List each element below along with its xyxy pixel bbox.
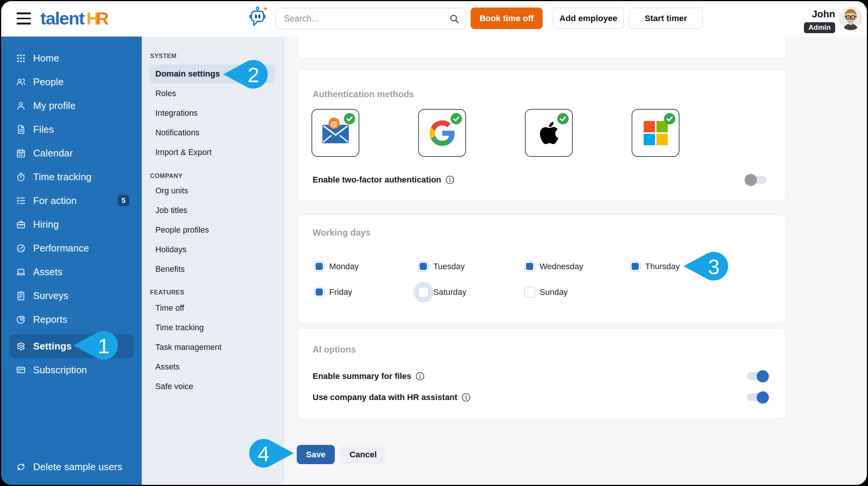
auth-method-google[interactable]	[418, 109, 466, 157]
settings-nav-item-task-management[interactable]: Task management	[155, 343, 222, 352]
settings-nav-item-roles[interactable]: Roles	[155, 89, 176, 98]
sidebar-item-subscription[interactable]: Subscription	[1, 358, 142, 382]
checkbox-checked	[314, 261, 325, 272]
summary-for-files-toggle[interactable]	[747, 372, 767, 380]
checkbox-checked	[418, 261, 429, 272]
checklist-icon	[16, 196, 26, 206]
info-icon	[416, 372, 425, 381]
auth-method-apple[interactable]	[525, 109, 573, 157]
add-employee-button[interactable]: Add employee	[553, 8, 624, 29]
two-factor-row: Enable two-factor authentication	[313, 172, 454, 188]
book-time-off-button[interactable]: Book time off	[471, 8, 543, 29]
sidebar-item-for-action[interactable]: For action 5	[1, 189, 142, 213]
apple-icon	[538, 120, 560, 147]
day-checkbox-tuesday[interactable]: Tuesday	[418, 261, 465, 272]
settings-nav-item-notifications[interactable]: Notifications	[155, 128, 199, 138]
ai-option-label: Use company data with HR assistant	[313, 392, 457, 402]
file-icon	[16, 124, 26, 135]
sidebar-item-delete-sample-users[interactable]: Delete sample users	[1, 455, 142, 479]
ai-option-label: Enable summary for files	[313, 371, 411, 381]
credit-card-icon	[16, 365, 26, 375]
sidebar-item-surveys[interactable]: Surveys	[1, 284, 142, 308]
ai-option-row: Use company data with HR assistant	[313, 389, 471, 406]
sidebar-item-time-tracking[interactable]: Time tracking	[1, 165, 142, 189]
gear-icon	[16, 341, 26, 351]
company-data-toggle[interactable]	[747, 393, 767, 401]
authentication-methods-card: Authentication methods @	[297, 69, 786, 201]
calendar-icon	[16, 148, 26, 158]
user-info: John Admin	[804, 8, 835, 33]
auth-card-title: Authentication methods	[313, 89, 414, 100]
settings-nav-item-benefits[interactable]: Benefits	[155, 265, 185, 274]
sidebar-item-my-profile[interactable]: My profile	[1, 94, 142, 118]
sidebar-item-performance[interactable]: Performance	[1, 236, 142, 260]
briefcase-icon	[16, 219, 26, 230]
start-timer-button[interactable]: Start timer	[629, 8, 703, 29]
sidebar-item-settings[interactable]: Settings	[9, 334, 133, 358]
refresh-icon	[16, 462, 26, 472]
sidebar-item-calendar[interactable]: Calendar	[1, 141, 142, 165]
day-checkbox-monday[interactable]: Monday	[314, 261, 359, 272]
ai-options-title: AI options	[313, 345, 356, 355]
ai-option-row: Enable summary for files	[313, 368, 425, 385]
settings-nav-item-job-titles[interactable]: Job titles	[155, 206, 187, 215]
settings-nav-item-import-export[interactable]: Import & Export	[155, 148, 212, 157]
day-checkbox-friday[interactable]: Friday	[314, 287, 352, 297]
sidebar-item-reports[interactable]: Reports	[1, 307, 142, 331]
logo-r: R	[96, 8, 108, 28]
enabled-check-icon	[344, 113, 355, 124]
gauge-icon	[16, 243, 26, 253]
checkbox-unchecked	[418, 287, 429, 297]
hamburger-menu-icon[interactable]	[17, 12, 31, 25]
sidebar-item-home[interactable]: Home	[1, 46, 142, 70]
auth-method-email[interactable]: @	[311, 109, 359, 157]
search-placeholder: Search...	[284, 14, 319, 24]
working-days-card: Working days Monday Tuesday Wednesday Th…	[297, 215, 786, 323]
settings-nav-item-holidays[interactable]: Holidays	[155, 245, 186, 254]
auth-method-microsoft[interactable]	[632, 109, 679, 157]
person-icon	[16, 101, 26, 111]
working-days-title: Working days	[313, 228, 371, 238]
settings-nav-item-integrations[interactable]: Integrations	[155, 109, 198, 118]
settings-nav-item-assets[interactable]: Assets	[155, 362, 180, 372]
save-button[interactable]: Save	[297, 445, 335, 464]
cancel-button[interactable]: Cancel	[340, 445, 386, 464]
partial-card	[297, 37, 786, 58]
for-action-count-badge: 5	[118, 195, 129, 206]
settings-nav-item-time-tracking[interactable]: Time tracking	[155, 323, 204, 333]
day-checkbox-saturday[interactable]: Saturday	[418, 287, 466, 297]
two-factor-toggle[interactable]	[747, 176, 767, 184]
checkbox-checked	[524, 261, 535, 272]
day-checkbox-wednesday[interactable]: Wednesday	[524, 261, 583, 272]
enabled-check-icon	[664, 113, 675, 124]
brand-logo[interactable]: talentHR	[40, 8, 108, 29]
sidebar: Home People My profile	[1, 37, 142, 485]
day-checkbox-sunday[interactable]: Sunday	[524, 287, 568, 297]
pie-chart-icon	[16, 314, 26, 325]
section-header-company: COMPANY	[150, 172, 182, 179]
settings-nav-item-org-units[interactable]: Org units	[155, 186, 188, 196]
day-checkbox-thursday[interactable]: Thursday	[630, 261, 680, 272]
checkbox-checked	[314, 287, 325, 297]
section-header-features: FEATURES	[150, 289, 184, 296]
avatar[interactable]	[839, 7, 862, 30]
sidebar-item-assets[interactable]: Assets	[1, 260, 142, 284]
sidebar-item-files[interactable]: Files	[1, 117, 142, 141]
settings-nav-item-domain-settings[interactable]: Domain settings	[149, 64, 275, 83]
search-input[interactable]: Search...	[275, 8, 466, 29]
topbar: talentHR Search... Book time of	[1, 1, 867, 37]
user-role-badge: Admin	[804, 22, 835, 33]
two-factor-label: Enable two-factor authentication	[313, 175, 441, 185]
sidebar-item-people[interactable]: People	[1, 70, 142, 94]
laptop-icon	[16, 267, 26, 277]
settings-nav-item-people-profiles[interactable]: People profiles	[155, 225, 209, 235]
ai-assistant-icon[interactable]	[249, 6, 268, 29]
grid-icon	[16, 53, 26, 63]
checkbox-unchecked	[524, 287, 535, 297]
sidebar-item-hiring[interactable]: Hiring	[1, 212, 142, 236]
settings-nav-item-safe-voice[interactable]: Safe voice	[155, 382, 193, 391]
settings-nav-item-time-off[interactable]: Time off	[155, 304, 184, 313]
search-icon	[449, 14, 460, 24]
stopwatch-icon	[16, 172, 26, 182]
info-icon	[445, 175, 454, 184]
